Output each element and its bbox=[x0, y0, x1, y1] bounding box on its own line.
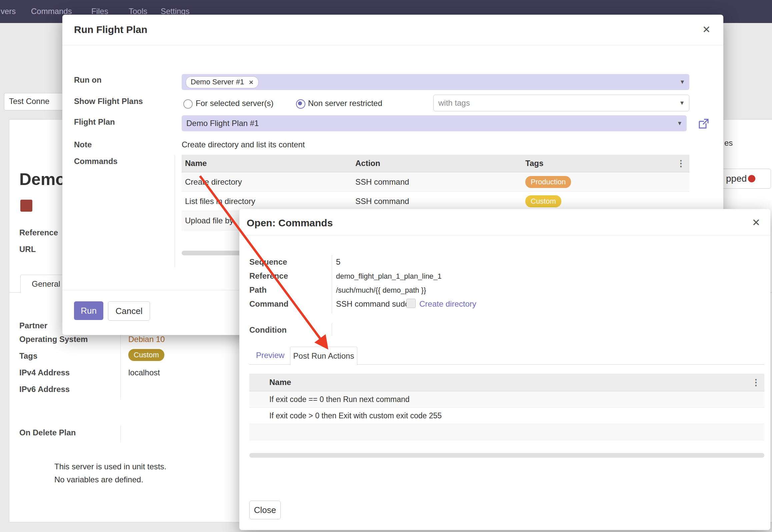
show-flight-plans-label: Show Flight Plans bbox=[74, 97, 143, 106]
tag-badge-production: Production bbox=[525, 176, 571, 188]
column-header-action: Action bbox=[355, 159, 525, 168]
table-row[interactable]: List files in directory SSH command Cust… bbox=[182, 192, 689, 211]
column-header-name: Name bbox=[182, 159, 355, 168]
modal-header-divider bbox=[62, 45, 723, 45]
ipv4-value: localhost bbox=[128, 368, 160, 377]
create-directory-link[interactable]: Create directory bbox=[419, 299, 476, 309]
url-label: URL bbox=[19, 245, 36, 254]
cell-action: SSH command bbox=[355, 197, 525, 206]
screen: vers Commands Files Tools Settings Test … bbox=[0, 0, 772, 532]
server-title: Demo bbox=[19, 170, 66, 189]
cell-name: If exit code == 0 then Run next command bbox=[249, 395, 410, 404]
flight-plan-value: Demo Flight Plan #1 bbox=[186, 119, 259, 128]
note-value: Create directory and list its content bbox=[182, 140, 305, 149]
tab-post-run-actions[interactable]: Post Run Actions bbox=[290, 347, 357, 365]
modal-title: Run Flight Plan bbox=[74, 24, 147, 35]
column-header-name: Name bbox=[249, 378, 746, 387]
unit-test-note-line1: This server is used in unit tests. bbox=[54, 462, 166, 471]
selected-server-tag-label: Demo Server #1 bbox=[191, 78, 244, 86]
table-row[interactable]: If exit code == 0 then Run next command bbox=[249, 391, 764, 408]
close-icon[interactable]: ✕ bbox=[702, 25, 711, 35]
table-row[interactable]: If exit code > 0 then Exit with custom e… bbox=[249, 408, 764, 424]
field-separator bbox=[332, 255, 332, 313]
status-label: pped bbox=[726, 173, 747, 184]
selected-server-tag: Demo Server #1 ✕ bbox=[186, 76, 259, 88]
flight-plan-label: Flight Plan bbox=[74, 117, 115, 127]
caret-down-icon[interactable]: ▾ bbox=[678, 119, 681, 127]
column-header-tags: Tags bbox=[525, 159, 671, 168]
reference-label: Reference bbox=[249, 271, 288, 281]
create-directory-checkbox[interactable] bbox=[406, 299, 416, 308]
radio-dot-icon bbox=[298, 101, 302, 105]
ipv4-label: IPv4 Address bbox=[19, 368, 70, 377]
kebab-menu-icon[interactable]: ⋮ bbox=[746, 377, 764, 388]
note-label: Note bbox=[74, 140, 92, 149]
open-commands-modal: Open: Commands ✕ Sequence Reference Path… bbox=[239, 209, 770, 530]
run-on-label: Run on bbox=[74, 75, 102, 85]
command-label: Command bbox=[249, 299, 288, 309]
radio-for-selected-servers[interactable] bbox=[183, 99, 193, 109]
run-on-select[interactable]: Demo Server #1 ✕ ▾ bbox=[182, 74, 689, 90]
modal-title: Open: Commands bbox=[247, 217, 333, 229]
radio-for-selected-servers-label: For selected server(s) bbox=[196, 99, 273, 108]
unit-test-note-line2: No variables are defined. bbox=[54, 475, 143, 484]
cell-name: List files in directory bbox=[182, 197, 355, 206]
tag-badge-custom: Custom bbox=[128, 349, 164, 361]
status-dot-icon bbox=[748, 175, 755, 182]
field-separator bbox=[332, 323, 332, 336]
nav-item-servers[interactable]: vers bbox=[1, 7, 16, 16]
cancel-button[interactable]: Cancel bbox=[108, 301, 150, 321]
tab-label-fragment: es bbox=[724, 138, 733, 148]
radio-non-server-restricted[interactable] bbox=[296, 99, 305, 109]
modal-header-divider bbox=[239, 235, 770, 235]
with-tags-placeholder: with tags bbox=[438, 98, 470, 108]
radio-non-server-restricted-label: Non server restricted bbox=[308, 99, 382, 108]
sequence-value: 5 bbox=[336, 257, 340, 267]
cell-action: SSH command bbox=[355, 177, 525, 187]
run-button[interactable]: Run bbox=[74, 301, 103, 320]
close-icon[interactable]: ✕ bbox=[752, 218, 760, 228]
caret-down-icon[interactable]: ▾ bbox=[681, 78, 684, 86]
table-row[interactable]: Create directory SSH command Production bbox=[182, 172, 689, 192]
path-value: /such/much/{{ demo_path }} bbox=[336, 286, 426, 295]
cell-name: If exit code > 0 then Exit with custom e… bbox=[249, 411, 442, 420]
external-link-icon[interactable] bbox=[697, 117, 710, 131]
cell-name: Create directory bbox=[182, 177, 355, 187]
partner-label: Partner bbox=[19, 321, 47, 330]
horizontal-scrollbar[interactable] bbox=[249, 453, 764, 458]
path-label: Path bbox=[249, 285, 267, 295]
remove-tag-icon[interactable]: ✕ bbox=[249, 79, 253, 86]
field-separator bbox=[120, 426, 121, 442]
caret-down-icon[interactable]: ▾ bbox=[680, 99, 684, 107]
commands-label: Commands bbox=[74, 157, 118, 166]
table-row-empty bbox=[249, 424, 764, 440]
operating-system-label: Operating System bbox=[19, 335, 88, 344]
command-value: SSH command sudo bbox=[336, 299, 409, 309]
table-header-row: Name ⋮ bbox=[249, 374, 764, 391]
tab-preview[interactable]: Preview bbox=[256, 351, 284, 360]
tag-badge-custom: Custom bbox=[525, 195, 561, 207]
reference-value: demo_flight_plan_1_plan_line_1 bbox=[336, 272, 442, 281]
reference-label: Reference bbox=[19, 228, 58, 237]
ipv6-label: IPv6 Address bbox=[19, 385, 70, 394]
flight-plan-select[interactable]: Demo Flight Plan #1 ▾ bbox=[182, 115, 687, 131]
condition-label: Condition bbox=[249, 325, 287, 335]
on-delete-plan-label: On Delete Plan bbox=[19, 428, 76, 437]
section-separator bbox=[175, 155, 175, 267]
color-swatch bbox=[20, 200, 32, 212]
post-run-actions-table: Name ⋮ If exit code == 0 then Run next c… bbox=[249, 374, 764, 440]
sequence-label: Sequence bbox=[249, 257, 287, 267]
os-value-link[interactable]: Debian 10 bbox=[128, 335, 165, 344]
close-button[interactable]: Close bbox=[249, 501, 281, 519]
table-header-row: Name Action Tags ⋮ bbox=[182, 155, 689, 172]
with-tags-select[interactable]: with tags ▾ bbox=[433, 95, 689, 111]
kebab-menu-icon[interactable]: ⋮ bbox=[671, 158, 689, 169]
tags-label: Tags bbox=[19, 351, 37, 361]
